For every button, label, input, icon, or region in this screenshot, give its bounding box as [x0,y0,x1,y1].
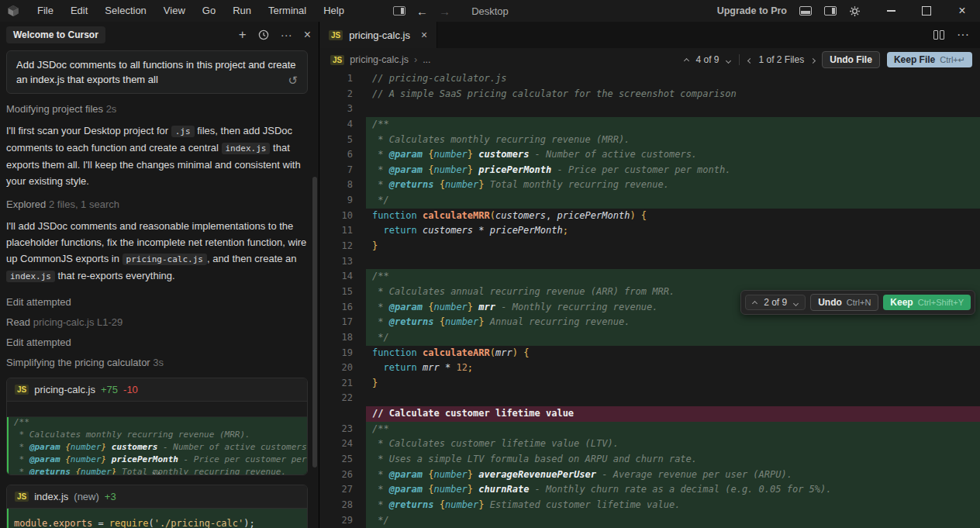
next-diff-icon[interactable] [794,297,798,308]
line-number: 26 [319,468,366,483]
status-read-file[interactable]: Read pricing-calc.js L1-29 [6,316,308,328]
deleted-code-line: // Calculate customer lifetime value [319,406,980,422]
user-message[interactable]: Add JSDoc comments to all functions in t… [6,50,308,94]
line-number: 9 [319,193,366,209]
tab-pricing-calc[interactable]: JS pricing-calc.js × [319,22,437,48]
status-edit-attempted: Edit attempted [6,296,308,308]
line-number: 29 [319,513,366,528]
undo-file-button[interactable]: Undo File [822,51,880,68]
line-number: 13 [319,254,366,270]
added-code-line: 29 */ [319,513,980,528]
code-line: 10function calculateMRR(customers, price… [319,209,980,224]
cursor-logo-icon [7,5,19,17]
restore-checkpoint-icon[interactable]: ↺ [288,73,298,88]
toggle-panel-icon[interactable] [799,6,812,16]
added-code-line: 7 * @param {number} pricePerMonth - Pric… [319,163,980,178]
breadcrumb-separator: › [414,54,417,65]
keep-file-button[interactable]: Keep FileCtrl+↵ [887,52,972,67]
diff-card-header[interactable]: JS pricing-calc.js +75 -10 [7,378,307,402]
status-modifying[interactable]: Modifying project files 2s [6,103,308,115]
toggle-sidebar-icon[interactable] [393,6,405,16]
keep-button[interactable]: KeepCtrl+Shift+Y [883,295,971,310]
status-text: Explored [6,198,46,210]
chat-history-icon[interactable] [258,29,269,40]
menu-edit[interactable]: Edit [62,0,96,22]
line-number: 25 [319,452,366,468]
line-number: 4 [319,117,366,133]
lines-added-badge: +75 [101,384,118,395]
added-code-line: 17 * @returns {number} Annual recurring … [319,315,980,330]
editor-more-icon[interactable]: ··· [957,28,969,42]
added-code-line: * @param {number} pricePerMonth - Price … [7,454,307,467]
status-explored[interactable]: Explored 2 files, 1 search [6,198,308,210]
next-file-icon[interactable] [811,54,815,65]
next-change-icon[interactable] [726,54,730,65]
menu-file[interactable]: File [29,0,62,22]
diff-card-index-js: JS index.js (new) +3 module.exports = re… [6,485,308,528]
chat-more-icon[interactable]: ··· [281,29,292,40]
menu-view[interactable]: View [155,0,194,22]
added-code-line: 24 * Calculates customer lifetime value … [319,437,980,452]
menu-run[interactable]: Run [224,0,260,22]
chat-conversation: Add JSDoc comments to all functions in t… [0,47,319,528]
line-number: 5 [319,133,366,148]
added-code-line: 25 * Uses a simple LTV formula based on … [319,452,980,468]
code-line: 21} [319,376,980,392]
line-number: 1 [319,71,366,87]
new-chat-icon[interactable]: + [239,28,247,41]
chat-tab[interactable]: Welcome to Cursor [6,26,105,43]
upgrade-to-pro-button[interactable]: Upgrade to Pro [717,5,787,16]
split-editor-icon[interactable] [933,30,944,40]
prev-change-icon[interactable] [685,54,688,65]
menu-go[interactable]: Go [194,0,224,22]
breadcrumb-symbol[interactable]: ... [423,54,430,65]
status-text: Read [6,316,30,328]
inline-code-chip: .js [171,126,195,137]
added-code-line: 23/** [319,422,980,437]
added-code-line: 28 * @returns {number} Estimated custome… [319,498,980,513]
inline-code-chip: index.js [222,143,271,154]
line-number: 10 [319,209,366,224]
status-simplifying[interactable]: Simplifying the pricing calculator 3s [6,357,308,368]
diff-preview[interactable]: module.exports = require('./pricing-calc… [7,509,307,528]
diff-card-toolbar [7,402,307,417]
added-code-line: 26 * @param {number} averageRevenuePerUs… [319,468,980,483]
window-maximize-button[interactable] [909,0,944,22]
js-file-icon: JS [15,385,29,395]
menu-terminal[interactable]: Terminal [260,0,315,22]
status-edit-attempted: Edit attempted [6,336,308,348]
code-line: 20 return mrr * 12; [319,361,980,376]
line-number: 12 [319,239,366,254]
breadcrumb[interactable]: JS pricing-calc.js › ... [330,54,431,65]
menu-selection[interactable]: Selection [96,0,154,22]
added-code-line: 4/** [319,117,980,133]
toggle-secondary-sidebar-icon[interactable] [824,6,837,16]
added-code-line: 8 * @returns {number} Total monthly recu… [319,178,980,193]
expand-diff-chevron-icon[interactable] [154,466,160,472]
line-number: 6 [319,147,366,163]
diff-card-header[interactable]: JS index.js (new) +3 [7,485,307,509]
inline-code-chip: pricing-calc.js [122,254,207,265]
divider [739,54,740,65]
navigate-forward-icon[interactable]: → [439,5,450,18]
menu-help[interactable]: Help [315,0,353,22]
settings-gear-icon[interactable] [849,5,861,17]
window-close-button[interactable]: × [944,0,980,22]
review-controls: 4 of 9 1 of 2 Files Undo File Keep FileC… [685,51,972,68]
prev-diff-icon[interactable] [753,297,757,308]
chat-close-icon[interactable]: × [304,29,311,41]
diff-filename: pricing-calc.js [34,384,95,395]
window-minimize-button[interactable] [873,0,909,22]
line-number: 28 [319,498,366,513]
diff-filename: index.js [34,491,68,502]
js-file-icon: JS [15,492,29,502]
undo-button[interactable]: UndoCtrl+N [810,294,878,311]
line-number: 20 [319,361,366,376]
prev-file-icon[interactable] [748,54,752,65]
added-code-line: module.exports = require('./pricing-calc… [7,509,307,528]
breadcrumb-filename[interactable]: pricing-calc.js [350,54,409,65]
line-number: 23 [319,422,366,437]
chat-scrollbar[interactable] [312,177,317,468]
tab-close-icon[interactable]: × [421,29,427,41]
navigate-back-icon[interactable]: ← [416,5,428,18]
